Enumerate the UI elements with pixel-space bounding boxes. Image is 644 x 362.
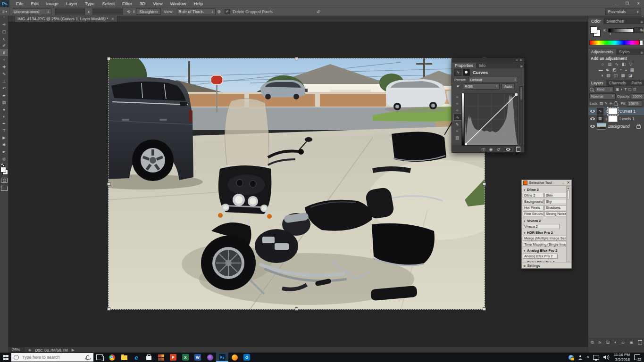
- minimize-selective-icon[interactable]: –: [562, 181, 564, 185]
- color-lookup-icon[interactable]: ▦: [630, 67, 634, 72]
- blur-tool[interactable]: ●: [0, 106, 8, 113]
- edit-points-icon[interactable]: ∿: [453, 114, 462, 121]
- search-input[interactable]: [21, 354, 75, 360]
- task-view-button[interactable]: [93, 353, 106, 362]
- posterize-icon[interactable]: ▨: [606, 73, 611, 78]
- edge-icon[interactable]: e: [130, 353, 142, 362]
- tone-mapping-button[interactable]: Tone Mapping (Single Image): [523, 242, 567, 247]
- skin-button[interactable]: Skin: [544, 193, 567, 198]
- new-group-icon[interactable]: ▱: [622, 340, 625, 345]
- overlay-dropdown[interactable]: Rule of Thirds⇕: [177, 8, 216, 15]
- visibility-eye-icon[interactable]: [590, 125, 595, 128]
- crop-options-gear-icon[interactable]: ⚙: [217, 9, 221, 14]
- menu-edit[interactable]: Edit: [27, 1, 42, 6]
- link-layers-icon[interactable]: ⧉: [591, 340, 594, 345]
- panel-menu-icon[interactable]: ≣: [640, 20, 644, 24]
- panel-menu-icon[interactable]: ≣: [640, 51, 644, 55]
- section-color-efex[interactable]: Color Efex Pro 4: [527, 260, 554, 262]
- history-brush-tool[interactable]: ↶: [0, 84, 8, 91]
- tab-color[interactable]: Color: [588, 18, 603, 24]
- lock-position-icon[interactable]: ✛: [609, 101, 612, 106]
- collapse-section-icon[interactable]: ▼: [523, 189, 526, 191]
- photo-filter-icon[interactable]: ◔: [619, 67, 622, 72]
- microphone-icon[interactable]: [86, 355, 89, 360]
- foreground-color-swatch[interactable]: [590, 26, 597, 33]
- word-icon[interactable]: W: [192, 353, 204, 362]
- file-explorer-icon[interactable]: [118, 353, 130, 362]
- close-selective-icon[interactable]: ✕: [567, 181, 570, 185]
- collapse-section-icon[interactable]: ▼: [523, 231, 526, 234]
- filter-type-icon[interactable]: T: [624, 87, 627, 91]
- clip-to-layer-icon[interactable]: ◫: [481, 147, 485, 152]
- tab-properties[interactable]: Properties: [452, 63, 476, 68]
- tab-paths[interactable]: Paths: [628, 80, 644, 86]
- crop-handle-top-center[interactable]: [295, 57, 298, 60]
- layer-row-background[interactable]: Background: [588, 123, 644, 130]
- smooth-curve-icon[interactable]: ≈: [453, 128, 461, 134]
- layer-style-fx-icon[interactable]: fx: [598, 340, 601, 345]
- pen-tool[interactable]: ✒: [0, 120, 8, 127]
- collapse-section-icon[interactable]: ▼: [523, 261, 526, 263]
- workspace-switcher[interactable]: Essentials⇕: [605, 8, 641, 15]
- visibility-eye-icon[interactable]: [590, 110, 595, 113]
- tab-swatches[interactable]: Swatches: [603, 18, 627, 24]
- channel-dropdown[interactable]: RGB⇕: [463, 83, 500, 90]
- new-adjustment-layer-icon[interactable]: ◐: [614, 340, 617, 345]
- chrome-icon[interactable]: [106, 353, 118, 362]
- threshold-icon[interactable]: ◫: [614, 73, 618, 78]
- filter-image-icon[interactable]: ▣: [616, 87, 619, 91]
- status-menu-arrow-icon[interactable]: ▶: [72, 348, 75, 352]
- menu-filter[interactable]: Filter: [118, 1, 136, 6]
- slider-thumb-icon[interactable]: ▲: [609, 32, 611, 35]
- lasso-tool[interactable]: ς: [0, 35, 8, 42]
- screen-mode-icon[interactable]: [1, 186, 8, 191]
- view-previous-state-icon[interactable]: ◉: [489, 147, 493, 152]
- sky-button[interactable]: Sky: [544, 199, 567, 204]
- action-center-icon[interactable]: 22: [634, 354, 640, 360]
- background-button[interactable]: Background: [523, 199, 544, 204]
- crop-handle-mid-right[interactable]: [483, 182, 486, 186]
- section-viveza2[interactable]: Viveza 2: [527, 219, 541, 223]
- foreground-color-swatch[interactable]: [0, 167, 6, 173]
- clipping-display-icon[interactable]: ▥: [453, 134, 461, 140]
- document-tab[interactable]: IMG_4134.JPG @ 25% (Curves 1, Layer Mask…: [14, 15, 117, 22]
- swap-dimensions-icon[interactable]: ⟲: [127, 9, 130, 14]
- layer-mask-thumbnail[interactable]: [608, 115, 618, 122]
- adjustment-thumbnail-icon[interactable]: ∿: [597, 108, 603, 115]
- panel-scrollbar[interactable]: [519, 86, 523, 147]
- k-slider[interactable]: [608, 28, 634, 33]
- layer-mask-icon[interactable]: [463, 69, 470, 76]
- selective-scrollbar[interactable]: ▲: [566, 186, 570, 262]
- tab-adjustments[interactable]: Adjustments: [588, 49, 616, 55]
- crop-handle-bottom-right[interactable]: [483, 307, 486, 311]
- eraser-tool[interactable]: ▰: [0, 91, 8, 99]
- auto-button[interactable]: Auto: [502, 83, 515, 89]
- gradient-tool[interactable]: ▨: [0, 99, 8, 106]
- menu-file[interactable]: File: [12, 1, 27, 6]
- gradient-map-icon[interactable]: ▩: [621, 73, 625, 78]
- layer-mask-thumbnail[interactable]: [608, 108, 618, 115]
- lock-pixels-icon[interactable]: ✎: [605, 101, 608, 106]
- collapse-section-icon[interactable]: ▼: [523, 249, 526, 252]
- levels-icon[interactable]: ▥: [608, 62, 612, 66]
- crop-handle-bottom-left[interactable]: [107, 307, 110, 311]
- path-selection-tool[interactable]: ▶: [0, 134, 8, 141]
- photos-app-icon[interactable]: [155, 353, 167, 362]
- quick-mask-icon[interactable]: [1, 178, 8, 183]
- black-point-eyedropper-icon[interactable]: ✧: [453, 94, 461, 100]
- tab-channels[interactable]: Channels: [606, 80, 629, 86]
- restore-button[interactable]: ❐: [621, 0, 633, 7]
- crop-handle-mid-left[interactable]: [107, 182, 110, 186]
- menu-help[interactable]: Help: [190, 1, 207, 6]
- straighten-button[interactable]: Straighten: [136, 8, 161, 15]
- layer-thumbnail[interactable]: [597, 123, 606, 130]
- volume-icon[interactable]: [603, 355, 610, 360]
- section-analog-efex[interactable]: Analog Efex Pro 2: [527, 248, 557, 253]
- adjustment-thumbnail-icon[interactable]: ▥: [597, 115, 603, 122]
- crop-width-input[interactable]: [55, 8, 85, 15]
- invert-icon[interactable]: ◑: [601, 73, 603, 78]
- toggle-visibility-icon[interactable]: [504, 147, 512, 152]
- layer-name[interactable]: Curves 1: [619, 109, 636, 114]
- menu-image[interactable]: Image: [42, 1, 62, 6]
- brush-tool[interactable]: ✎: [0, 70, 8, 77]
